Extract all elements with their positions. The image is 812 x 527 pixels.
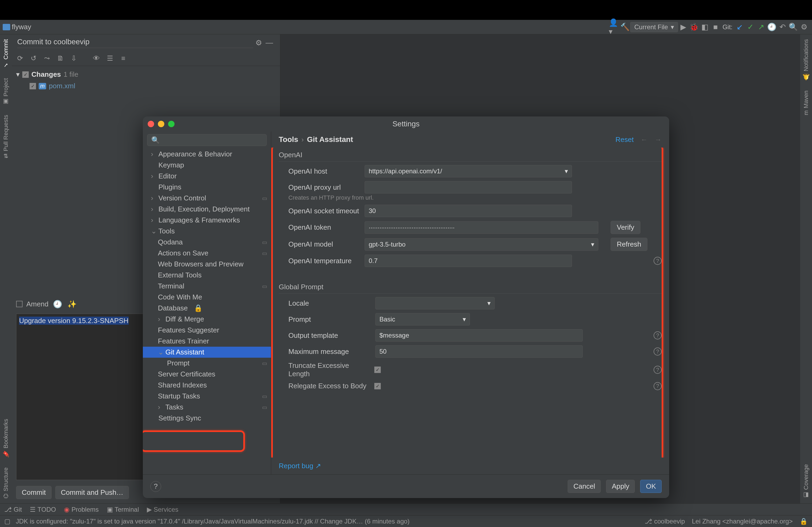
nav-fwd-icon[interactable]: →	[655, 136, 662, 144]
debug-icon[interactable]: 🐞	[689, 22, 699, 32]
git-push-icon[interactable]: ↗	[756, 22, 766, 32]
tree-web-browsers[interactable]: Web Browsers and Preview	[143, 259, 271, 270]
bottom-services[interactable]: ▶ Services	[147, 506, 178, 513]
tree-server-certs[interactable]: Server Certificates	[143, 369, 271, 380]
tree-git-assistant[interactable]: ⌄Git Assistant	[143, 347, 271, 358]
build-icon[interactable]: 🔨	[620, 22, 630, 32]
status-jdk-text[interactable]: JDK is configured: "zulu-17" is set to j…	[16, 517, 409, 525]
status-quick-list-icon[interactable]: ▢	[4, 517, 11, 525]
tree-terminal[interactable]: Terminal▭	[143, 281, 271, 292]
apply-button[interactable]: Apply	[606, 480, 635, 493]
search-icon[interactable]: 🔍	[788, 22, 799, 32]
nav-back-icon[interactable]: ←	[641, 136, 648, 144]
tree-tasks[interactable]: ›Tasks▭	[143, 402, 271, 413]
ok-button[interactable]: OK	[640, 480, 662, 493]
status-lock-icon[interactable]: 🔒	[800, 517, 808, 525]
preview-icon[interactable]: 👁	[92, 55, 100, 62]
window-close-icon[interactable]	[148, 121, 154, 127]
tree-appearance[interactable]: ›Appearance & Behavior	[143, 149, 271, 160]
sidebar-coverage[interactable]: ◧Coverage	[802, 464, 810, 499]
shelve-icon[interactable]: ⇩	[70, 55, 78, 62]
tree-shared-indexes[interactable]: Shared Indexes	[143, 380, 271, 391]
relegate-checkbox[interactable]: ✓	[374, 383, 381, 389]
openai-host-select[interactable]: https://api.openai.com/v1/▾	[365, 165, 572, 177]
sidebar-maven[interactable]: mMaven	[802, 90, 810, 115]
git-pull-icon[interactable]: ↙	[734, 22, 745, 32]
sidebar-pull-requests[interactable]: ⇄Pull Requests	[2, 115, 10, 158]
status-branch[interactable]: ⎇ coolbeevip	[645, 517, 685, 525]
truncate-checkbox[interactable]: ✓	[374, 366, 381, 373]
changes-checkbox[interactable]: ✓	[22, 71, 29, 78]
locale-select[interactable]: ▾	[375, 297, 495, 310]
cancel-button[interactable]: Cancel	[568, 480, 601, 493]
window-minimize-icon[interactable]	[158, 121, 164, 127]
tree-keymap[interactable]: Keymap	[143, 160, 271, 171]
run-icon[interactable]: ▶	[678, 22, 689, 32]
tree-startup-tasks[interactable]: Startup Tasks▭	[143, 391, 271, 402]
changelist-icon[interactable]: 🗎	[56, 55, 64, 62]
openai-temp-input[interactable]	[365, 255, 572, 267]
expand-icon[interactable]: ≡	[119, 55, 127, 62]
tree-database[interactable]: Database 🔒	[143, 303, 271, 314]
output-template-input[interactable]	[375, 329, 583, 342]
commit-hide-icon[interactable]: —	[264, 37, 275, 48]
group-icon[interactable]: ☰	[106, 55, 114, 62]
settings-tree[interactable]: ›Appearance & Behavior Keymap ›Editor Pl…	[143, 149, 271, 475]
bottom-git[interactable]: ⎇ Git	[4, 506, 22, 513]
amend-checkbox[interactable]	[16, 301, 23, 307]
tree-plugins[interactable]: Plugins	[143, 182, 271, 193]
sidebar-commit[interactable]: ✓Commit	[2, 39, 10, 69]
help-relegate-icon[interactable]: ?	[654, 382, 662, 390]
openai-timeout-input[interactable]	[365, 205, 572, 217]
git-revert-icon[interactable]: ↶	[777, 22, 788, 32]
changes-node[interactable]: ▾ ✓ Changes 1 file	[16, 69, 276, 80]
bottom-problems[interactable]: ◉ Problems	[64, 506, 99, 513]
tree-version-control[interactable]: ›Version Control▭	[143, 193, 271, 204]
settings-icon[interactable]: ⚙	[799, 22, 809, 32]
tree-editor[interactable]: ›Editor	[143, 171, 271, 182]
openai-proxy-input[interactable]	[365, 181, 572, 194]
git-commit-icon[interactable]: ✓	[745, 22, 756, 32]
max-message-input[interactable]	[375, 345, 583, 358]
refresh-icon[interactable]: ⟳	[16, 55, 24, 62]
commit-settings-icon[interactable]: ⚙	[253, 37, 264, 48]
project-name[interactable]: flyway	[3, 23, 31, 31]
tree-actions-save[interactable]: Actions on Save▭	[143, 248, 271, 259]
ai-suggest-icon[interactable]: ✨	[67, 299, 77, 310]
history-icon[interactable]: 🕘	[52, 299, 63, 310]
tree-settings-sync[interactable]: Settings Sync	[143, 413, 271, 424]
commit-button[interactable]: Commit	[16, 486, 52, 499]
reset-link[interactable]: Reset	[615, 136, 634, 144]
prompt-select[interactable]: Basic▾	[375, 313, 470, 326]
stop-icon[interactable]: ■	[710, 22, 721, 32]
tree-tools[interactable]: ⌄Tools	[143, 226, 271, 237]
help-max-icon[interactable]: ?	[654, 347, 662, 356]
refresh-button[interactable]: Refresh	[611, 238, 648, 251]
tree-features-trainer[interactable]: Features Trainer	[143, 336, 271, 347]
openai-token-input[interactable]	[365, 221, 598, 234]
bottom-terminal[interactable]: ▣ Terminal	[107, 506, 139, 513]
sidebar-notifications[interactable]: 🔔Notifications	[802, 39, 810, 81]
tree-build[interactable]: ›Build, Execution, Deployment	[143, 204, 271, 215]
settings-search-input[interactable]: 🔍	[147, 134, 267, 146]
status-user[interactable]: Lei Zhang <zhanglei@apache.org>	[692, 517, 793, 525]
bottom-todo[interactable]: ☰ TODO	[30, 506, 56, 513]
dialog-help-button[interactable]: ?	[150, 481, 161, 492]
help-truncate-icon[interactable]: ?	[654, 366, 662, 374]
commit-push-button[interactable]: Commit and Push…	[55, 486, 129, 499]
sidebar-bookmarks[interactable]: 🔖Bookmarks	[2, 419, 10, 458]
tree-diff-merge[interactable]: ›Diff & Merge	[143, 314, 271, 325]
file-checkbox[interactable]: ✓	[30, 83, 36, 89]
sidebar-project[interactable]: ▣Project	[2, 78, 10, 105]
tree-qodana[interactable]: Qodana▭	[143, 237, 271, 248]
help-temp-icon[interactable]: ?	[654, 257, 662, 265]
sidebar-structure[interactable]: ⌬Structure	[2, 467, 10, 499]
crumb-tools[interactable]: Tools	[279, 135, 298, 144]
tree-languages[interactable]: ›Languages & Frameworks	[143, 215, 271, 226]
tree-code-with-me[interactable]: Code With Me	[143, 292, 271, 303]
rollback-icon[interactable]: ↺	[30, 55, 38, 62]
verify-button[interactable]: Verify	[611, 221, 640, 234]
tree-features-suggester[interactable]: Features Suggester	[143, 325, 271, 336]
file-row-pom[interactable]: ✓ m pom.xml	[16, 80, 276, 92]
run-config-select[interactable]: Current File▾	[630, 22, 678, 32]
